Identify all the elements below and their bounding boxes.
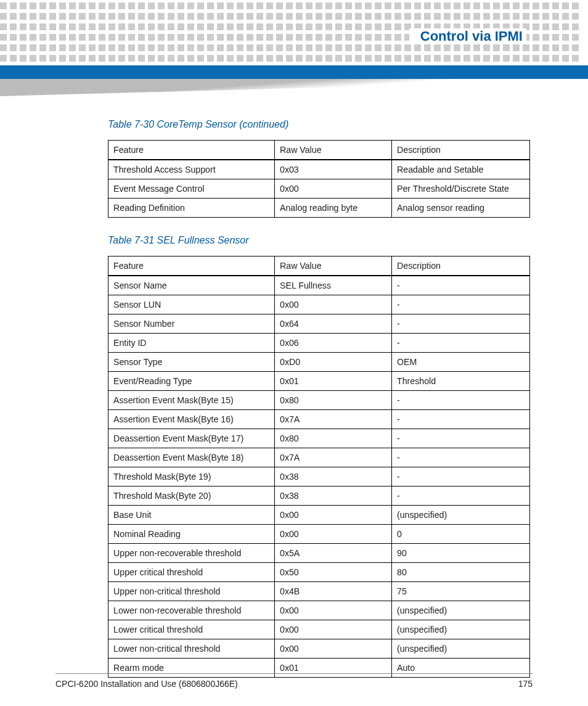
table-row: Threshold Mask(Byte 20)0x38-	[108, 486, 530, 506]
cell-desc: -	[392, 448, 530, 467]
cell-feature: Threshold Access Support	[108, 160, 275, 179]
table-row: Lower non-recoverable threshold0x00(unsp…	[108, 601, 530, 620]
cell-desc: (unspecified)	[392, 506, 530, 525]
table-row: Base Unit0x00(unspecified)	[108, 506, 530, 525]
cell-desc: -	[392, 429, 530, 448]
col-raw: Raw Value	[275, 257, 392, 276]
footer-doc-title: CPCI-6200 Installation and Use (6806800J…	[55, 679, 238, 689]
cell-raw: 0x80	[275, 391, 392, 410]
cell-desc: -	[392, 467, 530, 486]
table-row: Event Message Control0x00Per Threshold/D…	[108, 179, 530, 199]
table-row: Upper non-recoverable threshold0x5A90	[108, 544, 530, 563]
cell-desc: OEM	[392, 353, 530, 372]
cell-raw: 0x00	[275, 639, 392, 659]
cell-desc: Analog sensor reading	[392, 199, 530, 218]
cell-feature: Lower non-recoverable threshold	[108, 601, 275, 620]
cell-desc: (unspecified)	[392, 620, 530, 639]
cell-desc: -	[392, 276, 530, 295]
cell-desc: -	[392, 486, 530, 506]
page-content: Table 7-30 CoreTemp Sensor (continued) F…	[108, 114, 530, 678]
table-row: Entity ID0x06-	[108, 334, 530, 353]
cell-raw: 0x00	[275, 525, 392, 544]
cell-feature: Deassertion Event Mask(Byte 17)	[108, 429, 275, 448]
table-row: Lower critical threshold0x00(unspecified…	[108, 620, 530, 639]
table-row: Threshold Mask(Byte 19)0x38-	[108, 467, 530, 486]
table-row: Deassertion Event Mask(Byte 17)0x80-	[108, 429, 530, 448]
cell-feature: Sensor Number	[108, 314, 275, 334]
cell-desc: 80	[392, 563, 530, 582]
cell-raw: 0x03	[275, 160, 392, 179]
cell-feature: Deassertion Event Mask(Byte 18)	[108, 448, 275, 467]
table-row: Sensor NameSEL Fullness-	[108, 276, 530, 295]
col-feature: Feature	[108, 141, 275, 160]
cell-feature: Entity ID	[108, 334, 275, 353]
cell-raw: 0x5A	[275, 544, 392, 563]
cell-feature: Base Unit	[108, 506, 275, 525]
table-header-row: Feature Raw Value Description	[108, 141, 530, 160]
cell-raw: Analog reading byte	[275, 199, 392, 218]
table-row: Sensor Number0x64-	[108, 314, 530, 334]
cell-feature: Threshold Mask(Byte 20)	[108, 486, 275, 506]
col-desc: Description	[392, 141, 530, 160]
cell-raw: 0x7A	[275, 448, 392, 467]
footer-page-number: 175	[518, 679, 533, 689]
cell-feature: Sensor Name	[108, 276, 275, 295]
header-blue-bar	[0, 65, 588, 79]
cell-raw: 0x00	[275, 295, 392, 314]
table-row: Assertion Event Mask(Byte 16)0x7A-	[108, 410, 530, 429]
cell-feature: Upper non-recoverable threshold	[108, 544, 275, 563]
cell-desc: Readable and Setable	[392, 160, 530, 179]
cell-feature: Sensor Type	[108, 353, 275, 372]
cell-desc: Threshold	[392, 372, 530, 391]
cell-feature: Nominal Reading	[108, 525, 275, 544]
table-coretemp: Feature Raw Value Description Threshold …	[108, 140, 530, 218]
table-row: Sensor Type0xD0OEM	[108, 353, 530, 372]
cell-feature: Sensor LUN	[108, 295, 275, 314]
cell-raw: 0xD0	[275, 353, 392, 372]
cell-raw: 0x50	[275, 563, 392, 582]
col-raw: Raw Value	[275, 141, 392, 160]
cell-feature: Threshold Mask(Byte 19)	[108, 467, 275, 486]
table-sel-fullness: Feature Raw Value Description Sensor Nam…	[108, 256, 530, 678]
cell-feature: Event/Reading Type	[108, 372, 275, 391]
page-footer: CPCI-6200 Installation and Use (6806800J…	[55, 673, 533, 689]
cell-desc: -	[392, 295, 530, 314]
cell-desc: -	[392, 334, 530, 353]
chapter-title: Control via IPMI	[409, 28, 526, 44]
table1-caption: Table 7-30 CoreTemp Sensor (continued)	[108, 119, 530, 130]
cell-feature: Upper critical threshold	[108, 563, 275, 582]
cell-feature: Assertion Event Mask(Byte 15)	[108, 391, 275, 410]
cell-feature: Lower critical threshold	[108, 620, 275, 639]
col-desc: Description	[392, 257, 530, 276]
cell-desc: -	[392, 410, 530, 429]
table-row: Reading DefinitionAnalog reading byteAna…	[108, 199, 530, 218]
table-row: Threshold Access Support0x03Readable and…	[108, 160, 530, 179]
cell-desc: -	[392, 314, 530, 334]
cell-raw: 0x00	[275, 506, 392, 525]
cell-raw: 0x00	[275, 601, 392, 620]
cell-raw: 0x4B	[275, 582, 392, 601]
table-row: Event/Reading Type0x01Threshold	[108, 372, 530, 391]
cell-desc: 90	[392, 544, 530, 563]
cell-raw: 0x64	[275, 314, 392, 334]
cell-desc: (unspecified)	[392, 601, 530, 620]
table-row: Upper non-critical threshold0x4B75	[108, 582, 530, 601]
table-row: Nominal Reading0x000	[108, 525, 530, 544]
cell-raw: SEL Fullness	[275, 276, 392, 295]
cell-desc: (unspecified)	[392, 639, 530, 659]
cell-raw: 0x00	[275, 179, 392, 199]
cell-desc: 0	[392, 525, 530, 544]
cell-desc: 75	[392, 582, 530, 601]
cell-feature: Assertion Event Mask(Byte 16)	[108, 410, 275, 429]
table-row: Upper critical threshold0x5080	[108, 563, 530, 582]
cell-raw: 0x80	[275, 429, 392, 448]
cell-feature: Lower non-critical threshold	[108, 639, 275, 659]
cell-raw: 0x01	[275, 372, 392, 391]
cell-feature: Upper non-critical threshold	[108, 582, 275, 601]
cell-feature: Event Message Control	[108, 179, 275, 199]
cell-desc: -	[392, 391, 530, 410]
cell-raw: 0x38	[275, 486, 392, 506]
cell-raw: 0x7A	[275, 410, 392, 429]
cell-raw: 0x38	[275, 467, 392, 486]
table-row: Lower non-critical threshold0x00(unspeci…	[108, 639, 530, 659]
